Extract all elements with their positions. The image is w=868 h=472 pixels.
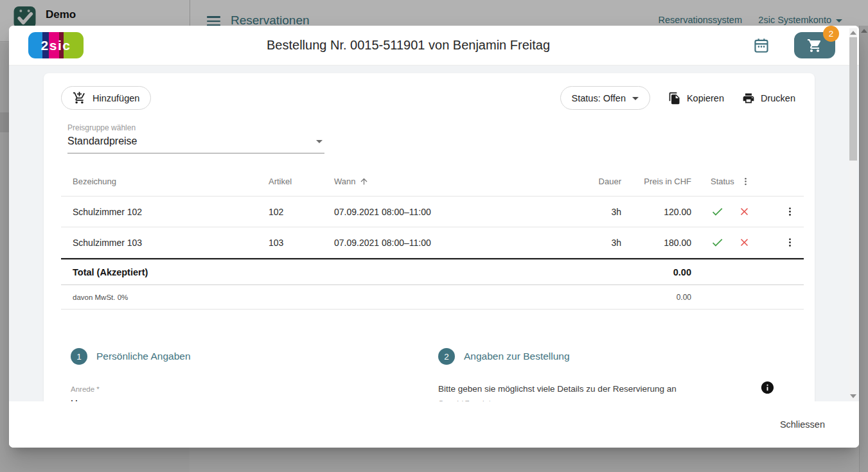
item-status: [691, 205, 775, 218]
dialog-title: Bestellung Nr. 0015-511901 von Benjamin …: [86, 38, 731, 53]
item-price: 180.00: [621, 238, 691, 248]
cart-button[interactable]: 2: [794, 32, 835, 58]
item-name: Schulzimmer 102: [61, 207, 269, 217]
vat-value: 0.00: [621, 293, 691, 302]
dialog-header: 2sic Bestellung Nr. 0015-511901 von Benj…: [9, 26, 859, 66]
order-dialog: 2sic Bestellung Nr. 0015-511901 von Benj…: [9, 26, 859, 448]
salutation-select[interactable]: Anrede * Herr: [71, 385, 421, 401]
2sic-logo: 2sic: [28, 32, 84, 58]
total-label: Total (Akzeptiert): [61, 267, 621, 277]
section-order-title: Angaben zur Bestellung: [464, 351, 570, 362]
item-when: 07.09.2021 08:00–11:00: [334, 207, 563, 217]
add-item-button[interactable]: Hinzufügen: [61, 86, 151, 110]
col-wann[interactable]: Wann: [334, 177, 563, 186]
item-article: 102: [269, 207, 334, 217]
dialog-body: Hinzufügen Status: Offen Kopieren Drucke…: [9, 66, 859, 401]
section-order: 2 Angaben zur Bestellung Bitte geben sie…: [438, 348, 790, 401]
scrollbar-thumb[interactable]: [849, 37, 857, 161]
salutation-label: Anrede *: [71, 385, 421, 393]
item-when: 07.09.2021 08:00–11:00: [334, 238, 563, 248]
item-name: Schulzimmer 103: [61, 238, 269, 248]
form-sections: 1 Persönliche Angaben Anrede * Herr 2: [71, 348, 790, 401]
print-button[interactable]: Drucken: [742, 92, 795, 105]
sort-ascending-icon: [359, 177, 369, 186]
section-personal: 1 Persönliche Angaben Anrede * Herr: [71, 348, 438, 401]
item-article: 103: [269, 238, 334, 248]
total-row: Total (Akzeptiert) 0.00: [61, 258, 804, 285]
printer-icon: [742, 92, 755, 105]
chevron-down-icon: [632, 97, 639, 100]
price-group-select[interactable]: Preisgruppe wählen Standardpreise: [67, 123, 324, 153]
section-personal-title: Persönliche Angaben: [96, 351, 191, 362]
step-badge-1: 1: [71, 348, 87, 365]
item-duration: 3h: [563, 238, 621, 248]
table-row: Schulzimmer 102 102 07.09.2021 08:00–11:…: [61, 197, 804, 227]
close-button[interactable]: Schliessen: [772, 414, 833, 435]
calendar-icon[interactable]: [753, 37, 770, 54]
copy-button[interactable]: Kopieren: [668, 92, 724, 105]
order-table: Bezeichung Artikel Wann Dauer Preis in C…: [61, 166, 804, 310]
dialog-scrollbar[interactable]: [849, 28, 857, 401]
toolbar-right: Status: Offen Kopieren Drucken: [560, 86, 795, 110]
item-price: 120.00: [621, 207, 691, 217]
scroll-up-icon[interactable]: [850, 31, 856, 35]
cart-badge: 2: [823, 26, 839, 42]
reject-icon[interactable]: [738, 236, 750, 249]
accept-icon[interactable]: [711, 236, 724, 249]
item-status: [691, 236, 775, 249]
col-bezeichung: Bezeichung: [61, 177, 269, 186]
price-group-value: Standardpreise: [67, 135, 137, 147]
vat-row: davon MwSt. 0% 0.00: [61, 285, 804, 310]
copy-icon: [668, 92, 681, 105]
status-dropdown[interactable]: Status: Offen: [560, 86, 650, 110]
info-icon[interactable]: [760, 380, 775, 398]
col-dauer: Dauer: [563, 177, 621, 186]
reject-icon[interactable]: [738, 205, 750, 218]
row-menu-icon[interactable]: [784, 206, 795, 217]
toolbar: Hinzufügen Status: Offen Kopieren Drucke…: [61, 86, 795, 110]
chevron-down-icon: [316, 140, 323, 143]
accept-icon[interactable]: [711, 205, 724, 218]
col-status: Status: [691, 177, 775, 186]
logo-text: 2sic: [41, 38, 71, 53]
kebab-menu-icon[interactable]: [741, 177, 750, 186]
vat-label: davon MwSt. 0%: [61, 293, 621, 301]
table-header-row: Bezeichung Artikel Wann Dauer Preis in C…: [61, 166, 804, 197]
add-shopping-cart-icon: [73, 91, 86, 105]
col-artikel: Artikel: [269, 177, 334, 186]
shopping-cart-icon: [807, 38, 822, 53]
col-preis: Preis in CHF: [621, 177, 691, 186]
step-badge-2: 2: [438, 348, 455, 365]
total-value: 0.00: [621, 267, 691, 277]
order-hint-text: Bitte geben sie möglichst viele Details …: [438, 384, 790, 394]
row-menu-icon[interactable]: [784, 237, 795, 248]
price-group-label: Preisgruppe wählen: [67, 123, 324, 132]
order-card: Hinzufügen Status: Offen Kopieren Drucke…: [44, 73, 815, 401]
scroll-down-icon[interactable]: [850, 394, 856, 398]
dialog-footer: Schliessen: [9, 401, 859, 448]
table-row: Schulzimmer 103 103 07.09.2021 08:00–11:…: [61, 227, 804, 258]
item-duration: 3h: [563, 207, 621, 217]
